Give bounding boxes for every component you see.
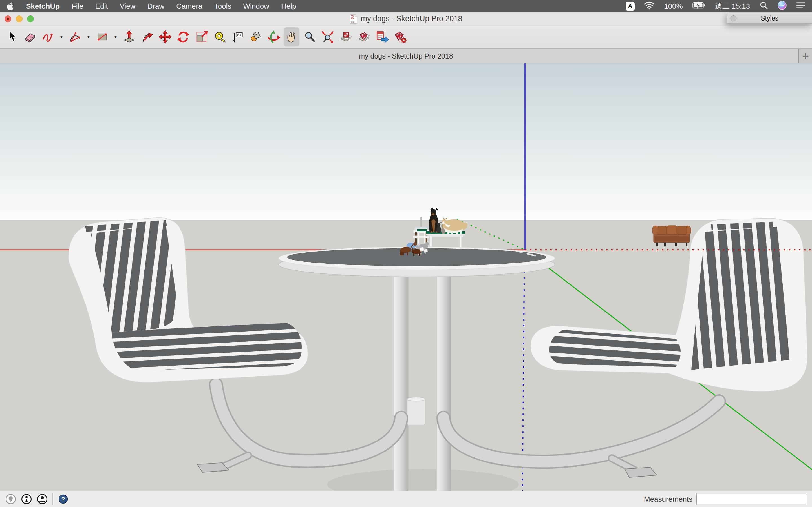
- help-button[interactable]: ?: [57, 494, 69, 505]
- get-models-icon: [338, 30, 353, 44]
- scale-tool-button[interactable]: [193, 27, 209, 47]
- extension-warehouse-tool-button[interactable]: [356, 27, 371, 47]
- battery-percent: 100%: [664, 2, 683, 11]
- orbit-icon: [266, 30, 281, 44]
- zoom-window-button[interactable]: [27, 15, 34, 22]
- measurements-label: Measurements: [644, 495, 693, 504]
- eraser-tool-button[interactable]: pink: [22, 27, 38, 47]
- arc-tool-button[interactable]: [67, 27, 83, 47]
- credits-button[interactable]: [21, 494, 32, 505]
- window-title-bar: skp my dogs - SketchUp Pro 2018: [0, 12, 812, 25]
- status-buttons: ?: [5, 494, 69, 505]
- notification-center-icon[interactable]: [796, 2, 805, 11]
- tape-measure-icon: [212, 30, 227, 44]
- pan-icon: [284, 30, 299, 44]
- sign-in-button[interactable]: [37, 494, 48, 505]
- paint-bucket-tool-button[interactable]: [248, 27, 263, 47]
- get-models-tool-button[interactable]: [338, 27, 354, 47]
- zoom-extents-icon: [320, 30, 335, 44]
- credits-icon: [21, 494, 32, 505]
- paint-bucket-icon: [248, 30, 263, 44]
- viewport-canvas[interactable]: [0, 63, 812, 491]
- status-bar: ? Measurements: [0, 491, 812, 507]
- close-button[interactable]: [4, 15, 11, 22]
- text-icon: A1: [230, 30, 245, 44]
- rectangle-tool-button[interactable]: [94, 27, 110, 47]
- skp-badge-label: skp: [351, 20, 354, 23]
- menu-items: SketchUpFileEditViewDrawCameraToolsWindo…: [26, 2, 296, 11]
- extension-warehouse-icon: [356, 30, 371, 44]
- select-icon: [4, 30, 19, 44]
- follow-me-icon: [140, 30, 154, 44]
- apple-menu-icon[interactable]: [7, 2, 14, 10]
- menu-edit[interactable]: Edit: [95, 2, 108, 11]
- rotate-tool-button[interactable]: [175, 27, 191, 47]
- freehand-dropdown-arrow[interactable]: ▼: [58, 27, 65, 47]
- text-tool-button[interactable]: A1: [230, 27, 245, 47]
- scene-tab-bar: my dogs - SketchUp Pro 2018 +: [0, 49, 812, 63]
- macos-menu-bar: SketchUpFileEditViewDrawCameraToolsWindo…: [0, 0, 812, 12]
- move-tool-button[interactable]: [157, 27, 173, 47]
- rectangle-icon: [95, 30, 109, 44]
- eraser-icon: pink: [22, 30, 37, 44]
- input-source-indicator[interactable]: A: [626, 2, 635, 11]
- zoom-extents-tool-button[interactable]: [320, 27, 336, 47]
- scene-tab[interactable]: my dogs - SketchUp Pro 2018: [359, 52, 453, 60]
- window-controls: [4, 15, 34, 22]
- share-model-tool-button[interactable]: [374, 27, 390, 47]
- share-model-icon: [374, 30, 389, 44]
- rotate-icon: [176, 30, 191, 44]
- freehand-icon: [41, 30, 55, 44]
- menu-bar-clock[interactable]: 週二 15:13: [715, 1, 750, 11]
- styles-panel-title: Styles: [727, 15, 812, 22]
- window-title-group: skp my dogs - SketchUp Pro 2018: [350, 14, 462, 24]
- svg-text:?: ?: [61, 496, 65, 503]
- menu-help[interactable]: Help: [281, 2, 296, 11]
- menu-sketchup[interactable]: SketchUp: [26, 2, 60, 11]
- pan-tool-button[interactable]: [284, 27, 299, 47]
- help-icon: ?: [57, 494, 69, 505]
- rectangle-dropdown-arrow[interactable]: ▼: [112, 27, 119, 47]
- svg-text:A1: A1: [237, 33, 241, 37]
- skp-document-icon: skp: [350, 14, 357, 24]
- menu-draw[interactable]: Draw: [147, 2, 165, 11]
- extension-manager-tool-button[interactable]: [392, 27, 408, 47]
- minimize-button[interactable]: [16, 15, 22, 22]
- orbit-tool-button[interactable]: [266, 27, 282, 47]
- menu-window[interactable]: Window: [243, 2, 269, 11]
- puppy-dark[interactable]: [437, 223, 441, 233]
- geolocation-button[interactable]: [5, 494, 16, 505]
- spotlight-search-icon[interactable]: [760, 1, 768, 11]
- zoom-icon: [302, 30, 317, 44]
- select-tool-button[interactable]: [4, 27, 20, 47]
- measurements-input[interactable]: [696, 494, 807, 504]
- move-icon: [158, 30, 172, 44]
- geolocation-icon: [5, 494, 16, 505]
- menu-view[interactable]: View: [120, 2, 136, 11]
- sign-in-icon: [37, 494, 48, 505]
- follow-me-tool-button[interactable]: [139, 27, 155, 47]
- zoom-tool-button[interactable]: [302, 27, 317, 47]
- sky: [0, 63, 812, 220]
- apple-logo-icon: [7, 2, 14, 10]
- new-tab-button[interactable]: +: [799, 49, 812, 63]
- extension-manager-icon: [393, 30, 407, 44]
- arc-dropdown-arrow[interactable]: ▼: [85, 27, 92, 47]
- push-pull-tool-button[interactable]: [121, 27, 137, 47]
- siri-icon[interactable]: [777, 1, 786, 12]
- styles-panel[interactable]: Styles: [727, 13, 812, 24]
- main-toolbar: pink▼▼▼A1: [0, 25, 812, 49]
- freehand-tool-button[interactable]: [40, 27, 56, 47]
- arc-icon: [68, 30, 82, 44]
- window-title: my dogs - SketchUp Pro 2018: [361, 14, 462, 23]
- push-pull-icon: [122, 30, 137, 44]
- menu-file[interactable]: File: [71, 2, 84, 11]
- status-divider: [52, 494, 53, 505]
- menu-camera[interactable]: Camera: [176, 2, 202, 11]
- paper-scrap: [424, 249, 428, 252]
- scale-icon: [194, 30, 209, 44]
- tape-measure-tool-button[interactable]: [211, 27, 227, 47]
- wifi-icon[interactable]: [644, 1, 654, 11]
- battery-charging-icon[interactable]: [693, 2, 705, 11]
- menu-tools[interactable]: Tools: [214, 2, 232, 11]
